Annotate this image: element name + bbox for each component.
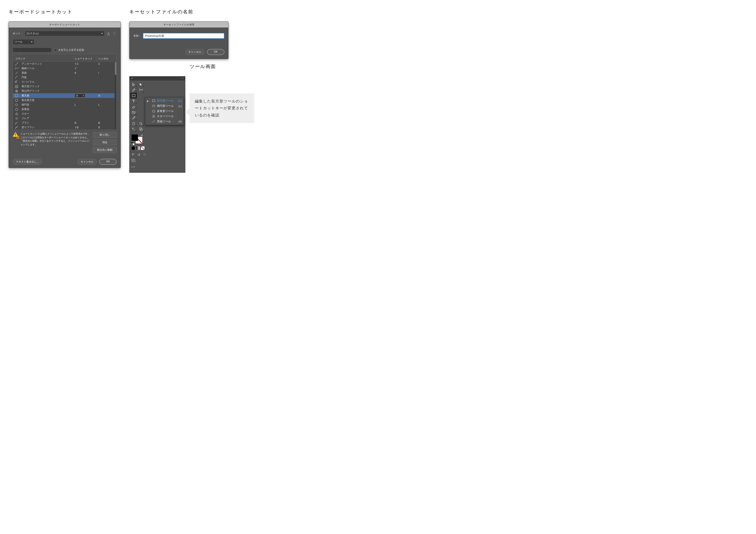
screen-mode-icon[interactable] bbox=[131, 157, 184, 164]
shortcut-cell[interactable] bbox=[73, 114, 97, 114]
table-row[interactable]: 曲線ツール⇧`` bbox=[13, 66, 116, 71]
shortcut-cell[interactable] bbox=[73, 109, 97, 110]
flyout-item[interactable]: 楕円形ツール (L) bbox=[146, 103, 183, 109]
shortcut-input[interactable]: U✕ bbox=[74, 94, 85, 97]
ok-button[interactable]: OK bbox=[99, 159, 117, 165]
gradient-tool[interactable] bbox=[130, 110, 137, 115]
shortcut-cell[interactable] bbox=[73, 82, 97, 83]
clear-button[interactable]: 消去 bbox=[93, 140, 117, 145]
direct-selection-tool[interactable] bbox=[138, 82, 144, 87]
shortcut-cell[interactable] bbox=[73, 100, 97, 101]
shortcut-cell[interactable]: ⇧B bbox=[73, 126, 97, 129]
draw-inside-icon[interactable]: ◫ bbox=[143, 152, 146, 156]
save-set-icon[interactable] bbox=[106, 32, 111, 36]
case-sensitive-checkbox[interactable]: 大文字と小文字を区別 bbox=[54, 48, 84, 52]
name-input[interactable] bbox=[143, 33, 224, 39]
color-mode-gradient[interactable] bbox=[136, 146, 140, 150]
table-row[interactable]: 角丸長方形 bbox=[13, 98, 116, 103]
type-tool[interactable] bbox=[130, 98, 137, 104]
arc-icon bbox=[13, 75, 20, 80]
table-row[interactable]: ブラシBB bbox=[13, 120, 116, 125]
symbol-cell bbox=[97, 91, 116, 91]
color-mode-solid[interactable] bbox=[131, 146, 135, 150]
cancel-button[interactable]: キャンセル bbox=[77, 159, 97, 165]
color-mode-none[interactable] bbox=[141, 146, 145, 150]
swap-colors-icon[interactable]: ⇄ bbox=[141, 134, 143, 137]
flyout-item[interactable]: 直線ツール (¥) bbox=[146, 119, 183, 124]
category-dropdown[interactable]: ツール bbox=[13, 39, 34, 44]
save-ok-button[interactable]: OK bbox=[207, 49, 224, 55]
selection-tool[interactable] bbox=[130, 82, 137, 87]
col-symbol[interactable]: シンボル bbox=[97, 56, 116, 62]
shortcut-cell[interactable]: ⇧` bbox=[73, 66, 97, 70]
table-row[interactable]: 長方形U✕U bbox=[13, 93, 116, 98]
collapse-icon[interactable]: « bbox=[182, 77, 183, 79]
rectangle-tool[interactable] bbox=[130, 93, 137, 98]
shortcut-cell[interactable]: L bbox=[73, 103, 97, 107]
table-row[interactable]: スパイラル bbox=[13, 80, 116, 84]
shortcut-cell[interactable] bbox=[73, 77, 97, 78]
undo-button[interactable]: 取り消し bbox=[93, 132, 117, 138]
fill-swatch[interactable] bbox=[131, 134, 138, 141]
symbol-cell bbox=[97, 82, 116, 83]
caption-shortcut: キーボードショートカット bbox=[9, 9, 121, 15]
draw-behind-icon[interactable]: ◪ bbox=[137, 152, 141, 156]
table-row[interactable]: 同心円グリッド bbox=[13, 89, 116, 93]
flyout-item[interactable]: スターツール bbox=[146, 114, 183, 119]
table-scrollbar[interactable] bbox=[115, 62, 116, 130]
set-dropdown[interactable]: [カスタム] bbox=[25, 31, 104, 36]
more-tools-icon[interactable]: ••• bbox=[131, 164, 184, 170]
eraser-tool[interactable] bbox=[130, 104, 137, 110]
shortcut-cell[interactable]: U✕ bbox=[73, 93, 97, 98]
delete-set-icon[interactable] bbox=[112, 32, 117, 36]
shortcut-cell[interactable]: ¥ bbox=[73, 71, 97, 75]
warning-icon: ! Ai bbox=[13, 132, 18, 138]
curvature-tool[interactable] bbox=[138, 87, 144, 93]
symbol-cell: \ bbox=[97, 71, 116, 75]
table-row[interactable]: 多角形 bbox=[13, 107, 116, 112]
color-swatch[interactable]: ⇄ bbox=[131, 134, 143, 144]
search-input[interactable] bbox=[13, 48, 51, 52]
brush-icon bbox=[13, 121, 20, 125]
close-icon[interactable]: ✕ bbox=[131, 77, 133, 79]
shortcut-cell[interactable] bbox=[73, 86, 97, 87]
flyout-item[interactable]: 長方形ツール (U) bbox=[146, 98, 183, 103]
command-name: スター bbox=[20, 112, 73, 116]
zoom-tool[interactable] bbox=[138, 121, 144, 126]
table-row[interactable]: 直線¥\ bbox=[13, 71, 116, 75]
draw-normal-icon[interactable]: ◩ bbox=[131, 152, 135, 156]
shortcut-cell[interactable] bbox=[73, 91, 97, 91]
symbol-cell bbox=[97, 86, 116, 87]
panel-tab: ✕ « bbox=[129, 76, 185, 80]
symbol-cell: B bbox=[97, 121, 116, 125]
symbol-cell bbox=[97, 109, 116, 110]
artboard-tool[interactable] bbox=[138, 126, 144, 132]
export-text-button[interactable]: テキスト書き出し... bbox=[13, 159, 42, 165]
checkbox-icon bbox=[54, 49, 57, 51]
shortcut-cell[interactable]: ⇧C bbox=[73, 62, 97, 66]
table-row[interactable]: 楕円形LL bbox=[13, 103, 116, 107]
col-shortcut[interactable]: ショートカット bbox=[73, 56, 97, 62]
hand-tool[interactable] bbox=[130, 121, 137, 126]
table-row[interactable]: 長方形グリッド bbox=[13, 84, 116, 89]
shortcut-cell[interactable] bbox=[73, 118, 97, 119]
eyedropper-tool[interactable] bbox=[130, 115, 137, 121]
goto-conflict-button[interactable]: 競合先に移動 bbox=[93, 147, 117, 153]
default-colors-icon[interactable] bbox=[131, 141, 134, 144]
pen-tool[interactable] bbox=[130, 87, 137, 93]
clear-shortcut-icon[interactable]: ✕ bbox=[83, 94, 84, 97]
table-row[interactable]: アンカーポイント⇧CC bbox=[13, 62, 116, 66]
warning-text: ショートカット U は既にメッシュツールによって使用済みです。このツールには有効… bbox=[20, 132, 91, 146]
shortcut-cell[interactable]: B bbox=[73, 121, 97, 125]
flyout-item[interactable]: 多角形ツール bbox=[146, 109, 183, 114]
slice-tool[interactable] bbox=[130, 126, 137, 132]
table-row[interactable]: 円弧 bbox=[13, 75, 116, 80]
table-row[interactable]: スター bbox=[13, 112, 116, 116]
col-command[interactable]: コマンド bbox=[13, 56, 73, 62]
rectgrid-icon bbox=[13, 85, 20, 89]
table-row[interactable]: フレア bbox=[13, 116, 116, 120]
table-row[interactable]: 塗りブラシ⇧BB bbox=[13, 125, 116, 130]
caption-save: キーセットファイルの名前 bbox=[129, 9, 254, 15]
save-cancel-button[interactable]: キャンセル bbox=[185, 49, 204, 55]
command-name: ブラシ bbox=[20, 120, 73, 125]
